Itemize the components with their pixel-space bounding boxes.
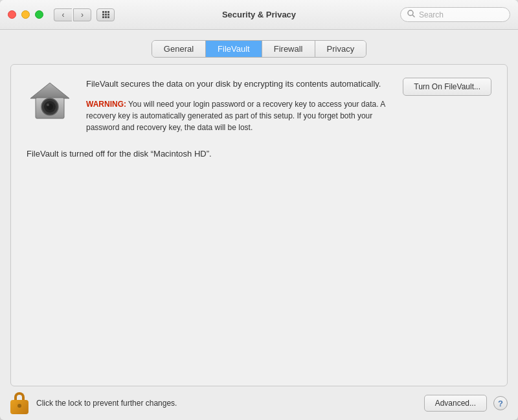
tab-firewall[interactable]: Firewall — [262, 41, 315, 57]
tab-privacy[interactable]: Privacy — [315, 41, 366, 57]
minimize-button[interactable] — [21, 10, 30, 19]
lock-button[interactable]: Click the lock to prevent further change… — [10, 392, 177, 414]
header-text-area: FileVault secures the data on your disk … — [86, 78, 390, 133]
svg-point-7 — [47, 104, 49, 106]
main-window: ‹ › Security & Privacy Search — [0, 0, 518, 420]
advanced-button[interactable]: Advanced... — [424, 395, 487, 412]
grid-button[interactable] — [96, 8, 115, 21]
filevault-header: FileVault secures the data on your disk … — [27, 78, 491, 133]
search-box[interactable]: Search — [400, 7, 510, 22]
lock-label: Click the lock to prevent further change… — [36, 399, 177, 408]
tabs-bar: General FileVault Firewall Privacy — [0, 30, 518, 64]
svg-marker-2 — [30, 83, 69, 98]
search-icon — [407, 10, 415, 19]
svg-line-1 — [413, 16, 415, 17]
maximize-button[interactable] — [35, 10, 43, 19]
turn-on-filevault-button[interactable]: Turn On FileVault... — [403, 78, 491, 96]
grid-icon — [102, 11, 109, 18]
tabs-group: General FileVault Firewall Privacy — [152, 40, 366, 58]
lock-body — [10, 400, 28, 414]
lock-keyhole — [17, 404, 21, 408]
back-button[interactable]: ‹ — [54, 8, 72, 21]
description-text: FileVault secures the data on your disk … — [86, 78, 390, 91]
content-panel: FileVault secures the data on your disk … — [10, 64, 508, 386]
tab-filevault[interactable]: FileVault — [206, 41, 262, 57]
svg-point-0 — [408, 10, 413, 16]
filevault-icon — [27, 78, 73, 124]
window-title: Security & Privacy — [222, 10, 296, 19]
help-button[interactable]: ? — [493, 396, 508, 410]
search-placeholder: Search — [419, 10, 503, 19]
warning-text: WARNING: You will need your login passwo… — [86, 98, 390, 133]
titlebar: ‹ › Security & Privacy Search — [0, 0, 518, 30]
forward-button[interactable]: › — [73, 8, 91, 21]
chevron-right-icon: › — [81, 10, 84, 19]
lock-icon — [10, 392, 28, 414]
status-text: FileVault is turned off for the disk “Ma… — [27, 144, 491, 159]
bottom-right-buttons: Advanced... ? — [424, 395, 508, 412]
bottombar: Click the lock to prevent further change… — [0, 386, 518, 420]
traffic-lights — [8, 10, 43, 19]
warning-label: WARNING: — [86, 100, 126, 109]
house-svg — [28, 79, 72, 123]
chevron-left-icon: ‹ — [62, 10, 65, 19]
nav-buttons: ‹ › — [54, 8, 91, 21]
close-button[interactable] — [8, 10, 16, 19]
tab-general[interactable]: General — [152, 41, 206, 57]
warning-body: You will need your login password or a r… — [86, 100, 385, 132]
